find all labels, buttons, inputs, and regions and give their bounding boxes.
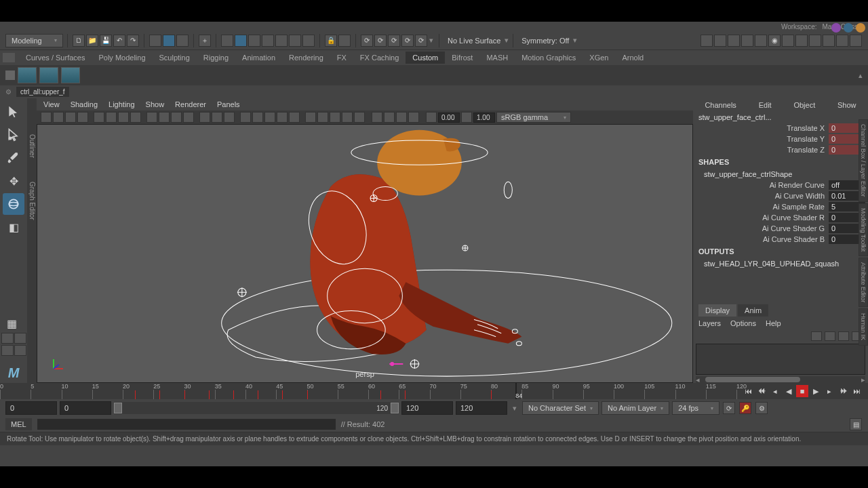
breadcrumb-node[interactable]: ctrl_all:upper_f — [16, 87, 69, 97]
snap-grid-icon[interactable] — [163, 35, 175, 47]
shelf-tab-sculpt[interactable]: Sculpting — [153, 52, 197, 64]
pt-29[interactable] — [408, 112, 419, 123]
attr-sample-label[interactable]: Ai Sample Rate — [696, 203, 827, 211]
pt-14[interactable] — [212, 112, 222, 123]
attr-shg-label[interactable]: Ai Curve Shader G — [696, 224, 827, 232]
layers-menu-layers[interactable]: Layers — [698, 319, 721, 327]
pt-10[interactable] — [159, 112, 170, 123]
vp-icon-2[interactable] — [844, 23, 853, 33]
hist-icon[interactable] — [338, 35, 351, 47]
layer-icon-1[interactable] — [811, 331, 822, 341]
render2-icon[interactable]: ⟳ — [374, 35, 387, 47]
right-tab-humanik[interactable]: Human IK — [859, 308, 868, 345]
keyframe-marker[interactable] — [282, 390, 283, 399]
construct1-icon[interactable] — [262, 35, 274, 47]
undo-icon[interactable]: ↶ — [113, 35, 125, 47]
layers-scrollbar[interactable]: ◂▸ — [696, 376, 865, 383]
anim-start-input[interactable] — [5, 401, 57, 415]
rotate-tool-icon[interactable] — [3, 193, 24, 215]
layers-menu-help[interactable]: Help — [766, 319, 781, 327]
prefs-icon[interactable]: ⚙ — [755, 402, 768, 414]
paint-tool-icon[interactable] — [3, 147, 24, 169]
pt-15[interactable] — [224, 112, 235, 123]
shape-node[interactable]: stw_upper_face_ctrlShape — [693, 169, 868, 180]
mode-dropdown[interactable]: Modeling — [5, 34, 63, 47]
layer-icon-2[interactable] — [825, 331, 835, 341]
pt-lights[interactable] — [277, 112, 288, 123]
right-tab-attribute[interactable]: Attribute Editor — [859, 258, 868, 308]
keyframe-marker[interactable] — [258, 390, 258, 399]
char-set-dropdown[interactable]: No Character Set — [522, 401, 599, 415]
loop-icon[interactable]: ⟳ — [723, 402, 735, 414]
attr-ty-label[interactable]: Translate Y — [696, 135, 827, 143]
render-icon[interactable]: ⟳ — [361, 35, 373, 47]
shelf-item-3[interactable] — [61, 67, 80, 83]
layout-d-icon[interactable] — [14, 345, 26, 356]
panel-view[interactable]: View — [43, 100, 60, 108]
shelf-tab-motion[interactable]: Motion Graphics — [515, 52, 583, 64]
shelf-tab-poly[interactable]: Poly Modeling — [92, 52, 152, 64]
snap-curve-icon[interactable] — [176, 35, 189, 47]
sym-icon[interactable] — [221, 35, 233, 47]
pt-12[interactable] — [183, 112, 194, 123]
keyframe-marker[interactable] — [307, 390, 308, 399]
scale-tool-icon[interactable]: ◧ — [3, 216, 24, 238]
render4-icon[interactable]: ⟳ — [401, 35, 414, 47]
render5-icon[interactable]: ⟳ — [415, 35, 427, 47]
shelf-tab-fxcache[interactable]: FX Caching — [353, 52, 406, 64]
select-icon[interactable] — [149, 35, 161, 47]
stop-icon[interactable]: ■ — [796, 385, 808, 397]
keyframe-marker[interactable] — [491, 390, 492, 399]
shelf-tab-anim[interactable]: Animation — [235, 52, 282, 64]
pt-4[interactable] — [77, 112, 88, 123]
select-tool-icon[interactable] — [3, 101, 24, 123]
keyframe-marker[interactable] — [380, 390, 381, 399]
layers-list[interactable] — [696, 344, 865, 375]
keyframe-marker[interactable] — [135, 390, 136, 399]
open-icon[interactable]: 📁 — [86, 35, 98, 47]
shelf-tab-mash[interactable]: MASH — [479, 52, 515, 64]
r11-icon[interactable] — [836, 35, 848, 47]
sym2-icon[interactable] — [235, 35, 247, 47]
pt-28[interactable] — [396, 112, 407, 123]
step-back-key-icon[interactable]: ⯬ — [755, 385, 768, 397]
cmd-lang[interactable]: MEL — [5, 418, 32, 430]
r12-icon[interactable] — [850, 35, 862, 47]
cb-edit[interactable]: Edit — [759, 101, 772, 109]
cb-show[interactable]: Show — [837, 101, 856, 109]
attr-tx-label[interactable]: Translate X — [696, 124, 827, 132]
gamma-value[interactable]: 1.00 — [473, 113, 495, 123]
keyframe-marker[interactable] — [184, 390, 185, 399]
panel-show[interactable]: Show — [146, 100, 165, 108]
lock-icon[interactable]: 🔒 — [325, 35, 337, 47]
shelf-tab-fx[interactable]: FX — [330, 52, 353, 64]
r9-icon[interactable] — [809, 35, 821, 47]
shelf-tab-xgen[interactable]: XGen — [583, 52, 615, 64]
shelf-item-1[interactable] — [18, 67, 37, 83]
pt-6[interactable] — [106, 112, 117, 123]
pt-25[interactable] — [354, 112, 365, 123]
layers-menu-options[interactable]: Options — [730, 319, 756, 327]
r7-icon[interactable] — [782, 35, 794, 47]
vp-icon-1[interactable] — [831, 23, 841, 33]
pt-1[interactable] — [41, 112, 52, 123]
cb-channels[interactable]: Channels — [705, 101, 736, 109]
lasso-tool-icon[interactable] — [3, 124, 24, 146]
pt-2[interactable] — [53, 112, 64, 123]
save-icon[interactable]: 💾 — [100, 35, 112, 47]
panel-renderer[interactable]: Renderer — [175, 100, 206, 108]
range-slider[interactable]: 120 — [114, 402, 399, 414]
r8-icon[interactable] — [795, 35, 808, 47]
r4-icon[interactable] — [741, 35, 753, 47]
r1-icon[interactable] — [701, 35, 713, 47]
pt-iso[interactable] — [372, 112, 382, 123]
pt-grid[interactable] — [146, 112, 157, 123]
sym3-icon[interactable] — [248, 35, 260, 47]
graph-editor-tab[interactable]: Graph Editor — [27, 178, 37, 224]
range-end-input[interactable] — [401, 401, 453, 415]
range-start-input[interactable] — [60, 401, 111, 415]
output-node[interactable]: stw_HEAD_LYR_04B_UPHEAD_squash — [693, 258, 868, 269]
symmetry-dropdown[interactable]: Symmetry: Off — [517, 37, 573, 45]
display-tab[interactable]: Display — [698, 304, 736, 317]
right-tab-modeling[interactable]: Modeling Toolkit — [859, 203, 868, 256]
